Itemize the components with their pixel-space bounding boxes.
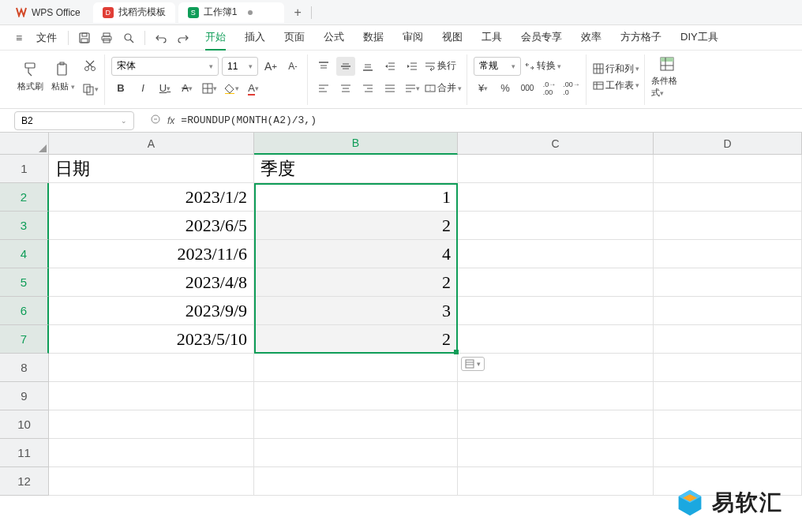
merge-button[interactable]: 合并▾	[425, 81, 462, 95]
align-top-icon[interactable]	[314, 57, 333, 76]
cell[interactable]	[49, 467, 254, 496]
font-size-select[interactable]: 11▾	[222, 57, 258, 76]
cell[interactable]	[458, 467, 654, 496]
tab-fangfang[interactable]: 方方格子	[620, 25, 661, 51]
strikethrough-button[interactable]: A▾	[178, 79, 197, 98]
cell[interactable]: 2	[254, 268, 458, 297]
tab-diy[interactable]: DIY工具	[680, 25, 718, 51]
file-menu[interactable]: 文件	[32, 31, 62, 45]
cell[interactable]	[49, 382, 254, 410]
currency-icon[interactable]: ¥▾	[474, 79, 493, 98]
row-header[interactable]: 10	[0, 410, 49, 439]
col-header-A[interactable]: A	[49, 133, 254, 155]
align-center-icon[interactable]	[336, 79, 355, 98]
tab-template[interactable]: D 找稻壳模板	[93, 2, 175, 23]
worksheet-button[interactable]: 工作表▾	[593, 79, 639, 92]
save-icon[interactable]	[75, 28, 94, 47]
tab-insert[interactable]: 插入	[245, 25, 265, 51]
cell[interactable]: 4	[254, 240, 458, 268]
row-header[interactable]: 1	[0, 155, 49, 183]
increase-decimal-icon[interactable]: .00→.0	[562, 79, 581, 98]
autofill-options-button[interactable]: ▾	[461, 357, 485, 371]
menu-hamburger-icon[interactable]: ≡	[9, 28, 28, 47]
number-format-select[interactable]: 常规▾	[474, 57, 521, 76]
row-header[interactable]: 4	[0, 240, 49, 268]
borders-button[interactable]: ▾	[200, 79, 219, 98]
cell[interactable]: 2	[254, 325, 458, 354]
paste-button[interactable]: 粘贴 ▾	[47, 54, 79, 100]
cell[interactable]	[654, 268, 802, 297]
cell[interactable]	[654, 325, 802, 354]
cell[interactable]	[49, 354, 254, 382]
tab-efficiency[interactable]: 效率	[581, 25, 602, 51]
row-header[interactable]: 11	[0, 439, 49, 467]
wrap-text-button[interactable]: 换行	[425, 59, 456, 73]
cell[interactable]	[458, 183, 654, 212]
decrease-decimal-icon[interactable]: .0→.00	[540, 79, 559, 98]
italic-button[interactable]: I	[133, 79, 152, 98]
font-name-select[interactable]: 宋体▾	[111, 57, 219, 76]
cell[interactable]: 2	[254, 212, 458, 240]
cell[interactable]	[49, 439, 254, 467]
cell[interactable]	[458, 155, 654, 183]
row-header[interactable]: 2	[0, 183, 49, 212]
tab-data[interactable]: 数据	[363, 25, 384, 51]
row-header[interactable]: 7	[0, 325, 49, 354]
cell[interactable]: 2023/11/6	[49, 240, 254, 268]
underline-button[interactable]: U▾	[156, 79, 174, 98]
cell[interactable]	[458, 354, 654, 382]
cell[interactable]	[654, 410, 802, 439]
cell[interactable]	[654, 240, 802, 268]
comma-icon[interactable]: 000	[518, 79, 537, 98]
cell[interactable]: 2023/5/10	[49, 325, 254, 354]
tab-start[interactable]: 开始	[205, 25, 226, 51]
row-header[interactable]: 9	[0, 382, 49, 410]
cell[interactable]	[49, 410, 254, 439]
formula-input[interactable]	[181, 114, 796, 126]
align-middle-icon[interactable]	[336, 57, 355, 76]
align-left-icon[interactable]	[314, 79, 333, 98]
row-header[interactable]: 5	[0, 268, 49, 297]
cell[interactable]: 1	[254, 183, 458, 212]
tab-formula[interactable]: 公式	[324, 25, 344, 51]
tab-member[interactable]: 会员专享	[521, 25, 562, 51]
cancel-formula-icon[interactable]	[150, 114, 161, 127]
cut-icon[interactable]	[81, 56, 99, 75]
name-box[interactable]: B2 ⌄	[14, 111, 134, 130]
row-header[interactable]: 3	[0, 212, 49, 240]
app-title-tab[interactable]: WPS Office	[6, 2, 90, 23]
fx-icon[interactable]: fx	[167, 115, 174, 126]
decrease-font-icon[interactable]: A-	[283, 57, 302, 76]
row-header[interactable]: 12	[0, 467, 49, 496]
print-icon[interactable]	[97, 28, 116, 47]
tab-workbook[interactable]: S 工作簿1	[178, 2, 285, 23]
cell[interactable]	[254, 354, 458, 382]
tab-review[interactable]: 审阅	[403, 25, 423, 51]
cell[interactable]	[654, 297, 802, 325]
fill-color-button[interactable]: ▾	[222, 79, 241, 98]
decrease-indent-icon[interactable]	[380, 57, 399, 76]
cell[interactable]	[458, 382, 654, 410]
col-header-D[interactable]: D	[654, 133, 802, 155]
cell[interactable]	[458, 297, 654, 325]
undo-icon[interactable]	[152, 28, 171, 47]
cell[interactable]	[458, 240, 654, 268]
percent-icon[interactable]: %	[496, 79, 515, 98]
cell[interactable]: 2023/6/5	[49, 212, 254, 240]
cell[interactable]	[254, 382, 458, 410]
copy-icon[interactable]: ▾	[81, 80, 99, 99]
cell[interactable]: 日期	[49, 155, 254, 183]
cell[interactable]: 2023/9/9	[49, 297, 254, 325]
cell[interactable]	[654, 439, 802, 467]
distribute-icon[interactable]: ▾	[403, 79, 422, 98]
cell[interactable]	[254, 467, 458, 496]
justify-icon[interactable]	[380, 79, 399, 98]
cell[interactable]	[458, 325, 654, 354]
print-preview-icon[interactable]	[119, 28, 138, 47]
cell[interactable]	[654, 183, 802, 212]
cell[interactable]	[254, 439, 458, 467]
row-header[interactable]: 6	[0, 297, 49, 325]
cell[interactable]	[254, 410, 458, 439]
add-tab-button[interactable]: +	[294, 6, 301, 20]
font-color-button[interactable]: A▾	[244, 79, 263, 98]
